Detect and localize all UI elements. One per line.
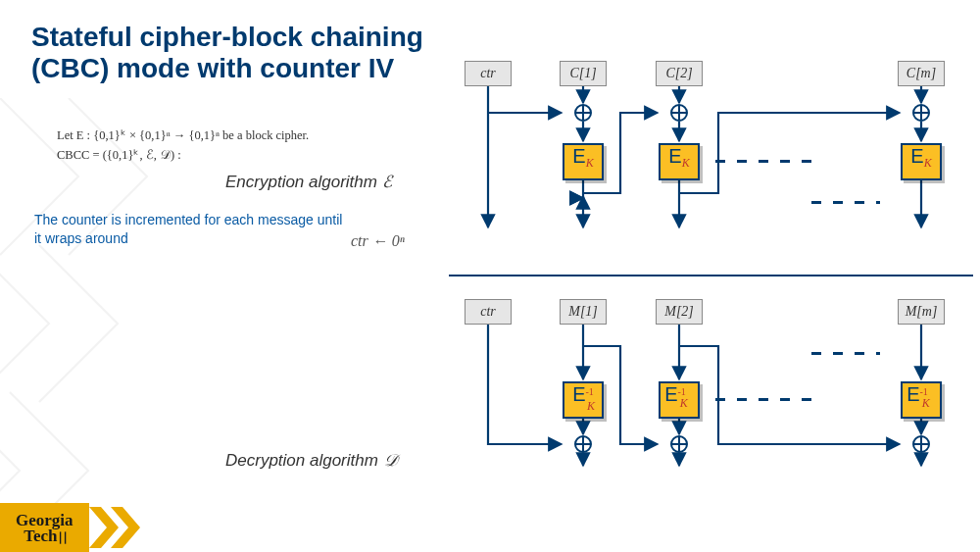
logo-line2: Tech bbox=[24, 527, 57, 545]
block-cipher-ek: EK bbox=[901, 143, 942, 180]
divider bbox=[449, 275, 973, 276]
xor-icon bbox=[670, 435, 688, 453]
ellipsis-dashes bbox=[715, 160, 823, 163]
math-line-1: Let E : {0,1}ᵏ × {0,1}ⁿ → {0,1}ⁿ be a bl… bbox=[57, 127, 309, 143]
encryption-label: Encryption algorithm ℰ bbox=[225, 172, 392, 192]
decryption-diagram: ctr C[1] C[2] C[m] E-1K E-1K E-1K M[1] M… bbox=[449, 299, 978, 495]
ellipsis-dashes bbox=[811, 352, 880, 355]
math-definition: Let E : {0,1}ᵏ × {0,1}ⁿ → {0,1}ⁿ be a bl… bbox=[57, 127, 309, 163]
math-line-2: CBCC = ({0,1}ᵏ, ℰ, 𝒟) : bbox=[57, 147, 309, 163]
xor-icon bbox=[670, 104, 688, 122]
chevron-icon bbox=[89, 507, 148, 552]
ellipsis-dashes bbox=[715, 398, 823, 401]
xor-icon bbox=[912, 104, 930, 122]
ellipsis-dashes bbox=[811, 201, 880, 204]
box-mm-out: M[m] bbox=[898, 299, 945, 325]
box-c1: C[1] bbox=[560, 61, 607, 86]
svg-marker-19 bbox=[89, 507, 119, 548]
box-cm: C[m] bbox=[898, 61, 945, 86]
ctr-init: ctr ← 0ⁿ bbox=[351, 232, 405, 250]
block-cipher-ek-inv: E-1K bbox=[901, 381, 942, 419]
xor-icon bbox=[912, 435, 930, 453]
page-title: Stateful cipher-block chaining (CBC) mod… bbox=[31, 22, 443, 84]
georgia-tech-logo: Georgia Tech⎮⎮ bbox=[0, 503, 148, 552]
block-cipher-ek: EK bbox=[563, 143, 604, 180]
box-c2: C[2] bbox=[656, 61, 703, 86]
counter-note: The counter is incremented for each mess… bbox=[34, 211, 348, 248]
block-cipher-ek: EK bbox=[659, 143, 700, 180]
box-ctr: ctr bbox=[465, 299, 512, 325]
decryption-label: Decryption algorithm 𝒟 bbox=[225, 451, 397, 471]
encryption-diagram: ctr M[1] M[2] M[m] EK EK EK ctr C[1] C[2… bbox=[449, 61, 978, 257]
block-cipher-ek-inv: E-1K bbox=[659, 381, 700, 419]
box-m2-out: M[2] bbox=[656, 299, 703, 325]
box-m1-out: M[1] bbox=[560, 299, 607, 325]
box-ctr-out: ctr bbox=[465, 61, 512, 86]
xor-icon bbox=[574, 435, 592, 453]
block-cipher-ek-inv: E-1K bbox=[563, 381, 604, 419]
background-pattern bbox=[0, 98, 343, 552]
xor-icon bbox=[574, 104, 592, 122]
